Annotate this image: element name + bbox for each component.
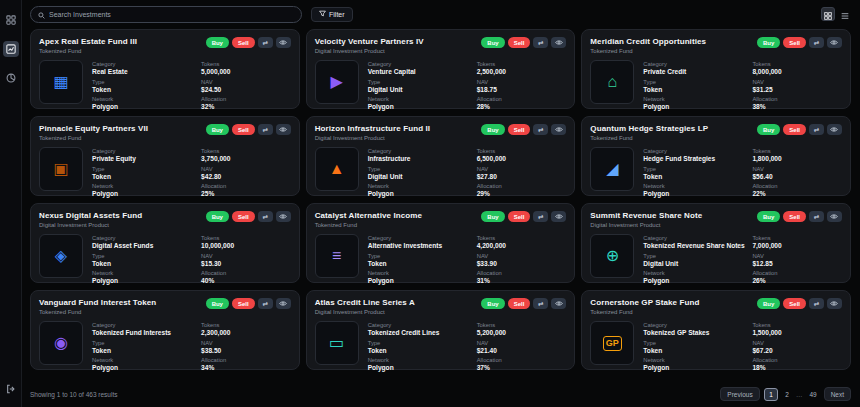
- card-body: ⌂ Category Private Credit Tokens 8,000,0…: [590, 60, 842, 110]
- transfer-button[interactable]: ⇄: [533, 211, 548, 222]
- previous-page-button[interactable]: Previous: [720, 387, 759, 401]
- tokens-cell: Tokens 5,200,000: [477, 322, 567, 336]
- network-value: Polygon: [92, 277, 195, 284]
- nav-label: NAV: [201, 79, 291, 85]
- eye-icon: [830, 39, 838, 47]
- sidebar-item-analytics[interactable]: [3, 70, 19, 86]
- buy-button[interactable]: Buy: [757, 37, 780, 48]
- card-body: GP Category Tokenized GP Stakes Tokens 1…: [590, 321, 842, 371]
- card-title-block: Horizon Infrastructure Fund II Digital I…: [315, 124, 430, 141]
- sell-button[interactable]: Sell: [783, 298, 806, 309]
- transfer-button[interactable]: ⇄: [533, 298, 548, 309]
- card-title: Summit Revenue Share Note: [590, 211, 702, 220]
- buy-button[interactable]: Buy: [206, 37, 229, 48]
- tokens-value: 10,000,000: [201, 242, 291, 249]
- investment-card[interactable]: Summit Revenue Share Note Digital Invest…: [581, 203, 851, 283]
- category-cell: Category Real Estate: [92, 61, 195, 75]
- investment-card[interactable]: Apex Real Estate Fund III Tokenized Fund…: [30, 29, 300, 109]
- list-view-button[interactable]: [838, 7, 852, 21]
- investment-card[interactable]: Quantum Hedge Strategies LP Tokenized Fu…: [581, 116, 851, 196]
- sell-button[interactable]: Sell: [508, 298, 531, 309]
- transfer-icon: ⇄: [814, 39, 819, 47]
- view-details-button[interactable]: [551, 211, 566, 222]
- logout-button[interactable]: [3, 381, 19, 397]
- tokens-cell: Tokens 1,800,000: [752, 148, 842, 162]
- investment-card[interactable]: Cornerstone GP Stake Fund Tokenized Fund…: [581, 290, 851, 370]
- transfer-button[interactable]: ⇄: [258, 37, 273, 48]
- transfer-button[interactable]: ⇄: [258, 298, 273, 309]
- sell-button[interactable]: Sell: [508, 124, 531, 135]
- buy-button[interactable]: Buy: [481, 211, 504, 222]
- transfer-button[interactable]: ⇄: [809, 298, 824, 309]
- sell-button[interactable]: Sell: [232, 298, 255, 309]
- investment-card[interactable]: Velocity Venture Partners IV Digital Inv…: [306, 29, 576, 109]
- category-label: Category: [368, 322, 471, 328]
- view-details-button[interactable]: [276, 124, 291, 135]
- investment-card[interactable]: Atlas Credit Line Series A Digital Inves…: [306, 290, 576, 370]
- buy-button[interactable]: Buy: [757, 211, 780, 222]
- type-label: Type: [92, 253, 195, 259]
- transfer-button[interactable]: ⇄: [258, 211, 273, 222]
- view-details-button[interactable]: [551, 37, 566, 48]
- sell-button[interactable]: Sell: [232, 211, 255, 222]
- tokens-cell: Tokens 2,500,000: [477, 61, 567, 75]
- view-details-button[interactable]: [276, 37, 291, 48]
- transfer-button[interactable]: ⇄: [809, 211, 824, 222]
- buy-button[interactable]: Buy: [206, 298, 229, 309]
- tokens-cell: Tokens 8,000,000: [752, 61, 842, 75]
- type-cell: Type Token: [643, 340, 746, 354]
- investment-card[interactable]: Vanguard Fund Interest Token Tokenized F…: [30, 290, 300, 370]
- buy-button[interactable]: Buy: [757, 298, 780, 309]
- view-details-button[interactable]: [551, 298, 566, 309]
- buy-button[interactable]: Buy: [481, 298, 504, 309]
- view-details-button[interactable]: [827, 211, 842, 222]
- view-details-button[interactable]: [827, 124, 842, 135]
- view-details-button[interactable]: [276, 298, 291, 309]
- investment-card[interactable]: Catalyst Alternative Income Tokenized Fu…: [306, 203, 576, 283]
- view-details-button[interactable]: [827, 37, 842, 48]
- grid-view-button[interactable]: [821, 7, 835, 21]
- sell-button[interactable]: Sell: [783, 211, 806, 222]
- card-header: Cornerstone GP Stake Fund Tokenized Fund…: [590, 298, 842, 315]
- investment-card[interactable]: Nexus Digital Assets Fund Digital Invest…: [30, 203, 300, 283]
- type-label: Type: [92, 79, 195, 85]
- sell-button[interactable]: Sell: [783, 124, 806, 135]
- buy-button[interactable]: Buy: [481, 37, 504, 48]
- transfer-button[interactable]: ⇄: [533, 124, 548, 135]
- investment-card[interactable]: Pinnacle Equity Partners VII Tokenized F…: [30, 116, 300, 196]
- transfer-button[interactable]: ⇄: [533, 37, 548, 48]
- eye-icon: [555, 126, 563, 134]
- sidebar-item-dashboard[interactable]: [3, 12, 19, 28]
- page-49-button[interactable]: 49: [806, 388, 819, 400]
- search-input[interactable]: [49, 11, 294, 18]
- tokens-cell: Tokens 7,000,000: [752, 235, 842, 249]
- next-page-button[interactable]: Next: [824, 387, 851, 401]
- view-details-button[interactable]: [827, 298, 842, 309]
- view-details-button[interactable]: [276, 211, 291, 222]
- sell-button[interactable]: Sell: [232, 37, 255, 48]
- view-details-button[interactable]: [551, 124, 566, 135]
- page-1-button[interactable]: 1: [764, 388, 779, 401]
- filter-button[interactable]: Filter: [311, 7, 353, 22]
- transfer-button[interactable]: ⇄: [809, 37, 824, 48]
- transfer-button[interactable]: ⇄: [809, 124, 824, 135]
- card-subtitle: Tokenized Fund: [39, 309, 156, 315]
- investment-card[interactable]: Meridian Credit Opportunities Tokenized …: [581, 29, 851, 109]
- sell-button[interactable]: Sell: [783, 37, 806, 48]
- transfer-button[interactable]: ⇄: [258, 124, 273, 135]
- investment-card[interactable]: Horizon Infrastructure Fund II Digital I…: [306, 116, 576, 196]
- buy-button[interactable]: Buy: [757, 124, 780, 135]
- sell-button[interactable]: Sell: [508, 211, 531, 222]
- sidebar: [0, 0, 22, 407]
- sidebar-item-investments[interactable]: [3, 41, 19, 57]
- nav-label: NAV: [752, 340, 842, 346]
- buy-button[interactable]: Buy: [206, 124, 229, 135]
- category-cell: Category Private Credit: [643, 61, 746, 75]
- card-thumbnail: ⊕: [590, 234, 634, 278]
- buy-button[interactable]: Buy: [206, 211, 229, 222]
- sell-button[interactable]: Sell: [508, 37, 531, 48]
- tokens-value: 2,500,000: [477, 68, 567, 75]
- page-2-button[interactable]: 2: [782, 388, 792, 400]
- buy-button[interactable]: Buy: [481, 124, 504, 135]
- sell-button[interactable]: Sell: [232, 124, 255, 135]
